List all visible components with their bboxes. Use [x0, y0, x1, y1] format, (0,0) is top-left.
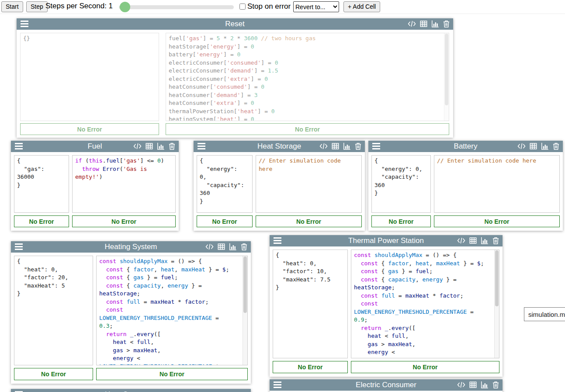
toolbar: Start Step Steps per Second: 1 Stop on e… [0, 0, 565, 14]
chart-icon[interactable] [343, 142, 351, 150]
trash-icon[interactable] [492, 237, 499, 244]
state-editor[interactable]: { "energy": 0, "capacity": 360 } [197, 155, 253, 213]
scrollbar[interactable] [444, 33, 449, 121]
state-editor[interactable]: {} [20, 33, 159, 121]
code-editor[interactable]: const shouldApplyMax = () => { const { f… [96, 256, 248, 365]
cell-heating-system-header: Heating System [11, 241, 251, 253]
state-editor[interactable]: { "heat": 0, "factor": 10, "maxHeat": 7.… [273, 250, 348, 358]
steps-per-second-label: Steps per Second: 1 [45, 2, 113, 10]
code-status: No Error [434, 215, 560, 227]
cell-fuel-header: Fuel [11, 141, 179, 152]
slider-track[interactable] [119, 5, 234, 9]
code-icon[interactable] [457, 237, 465, 244]
scrollbar[interactable] [243, 256, 247, 365]
table-icon[interactable] [332, 142, 339, 150]
table-icon[interactable] [218, 243, 225, 250]
code-status: No Error [72, 215, 176, 227]
cell-thermal-power-station: Thermal Power Station { "heat": 0, "fact… [270, 235, 503, 377]
start-button[interactable]: Start [1, 1, 23, 12]
cell-thermal-power-station-header: Thermal Power Station [270, 235, 503, 246]
add-cell-button[interactable]: + Add Cell [343, 1, 380, 12]
code-icon[interactable] [457, 381, 465, 389]
cell-heat-consumer-header: Heat Consumer [11, 389, 251, 392]
cell-reset: Reset {} fuel['gas'] = 5 * 2 * 3600 // t… [17, 18, 453, 138]
cell-fuel: Fuel { "gas": 36000 } if (this.fuel['gas… [11, 141, 179, 231]
state-status: No Error [273, 361, 348, 373]
chart-icon[interactable] [157, 142, 165, 150]
state-editor[interactable]: { "heat": 0, "factor": 20, "maxHeat": 5 … [14, 256, 93, 365]
table-icon[interactable] [420, 20, 427, 28]
code-editor[interactable]: if (this.fuel['gas'] <= 0) throw Error('… [72, 155, 176, 213]
trash-icon[interactable] [169, 142, 175, 150]
table-icon[interactable] [469, 381, 477, 389]
chart-icon[interactable] [229, 243, 237, 250]
cell-heat-storage: Heat Storage { "energy": 0, "capacity": … [194, 141, 365, 231]
code-editor[interactable]: // Enter simulation codehere [256, 155, 362, 213]
cell-title: Heat Consumer [11, 390, 251, 392]
steps-per-second-slider[interactable] [119, 3, 234, 11]
chart-icon[interactable] [541, 142, 549, 150]
scrollbar[interactable] [494, 250, 499, 358]
state-status: No Error [197, 215, 253, 227]
table-icon[interactable] [146, 142, 153, 150]
cell-battery-header: Battery [368, 141, 563, 152]
table-icon[interactable] [469, 237, 477, 244]
stop-on-error-label: Stop on error [247, 2, 291, 11]
trash-icon[interactable] [241, 243, 247, 250]
slider-thumb[interactable] [120, 2, 130, 12]
cell-heating-system: Heating System { "heat": 0, "factor": 20… [11, 241, 251, 384]
code-editor[interactable]: fuel['gas'] = 5 * 2 * 3600 // two hours … [166, 33, 449, 121]
chart-icon[interactable] [481, 381, 489, 389]
state-status: No Error [371, 215, 431, 227]
trash-icon[interactable] [553, 142, 559, 150]
code-editor[interactable]: // Enter simulation code here [434, 155, 560, 213]
cell-battery: Battery { "energy": 0, "capacity": 360 }… [368, 141, 563, 231]
code-icon[interactable] [319, 142, 328, 150]
trash-icon[interactable] [355, 142, 361, 150]
cell-heat-storage-header: Heat Storage [194, 141, 365, 152]
cell-reset-header: Reset [17, 18, 453, 30]
code-status: No Error [256, 215, 362, 227]
state-editor[interactable]: { "gas": 36000 } [14, 155, 69, 213]
cell-heat-consumer: Heat Consumer [11, 389, 251, 392]
cell-electric-consumer-header: Electric Consumer [270, 379, 503, 391]
code-status: No Error [166, 123, 449, 135]
code-status: No Error [96, 368, 248, 380]
steps-per-second-value: 1 [109, 2, 113, 10]
simulation-tooltip: simulation.m [524, 307, 565, 321]
code-icon[interactable] [408, 20, 416, 28]
revert-to-select[interactable]: Revert to... [293, 1, 339, 12]
state-status: No Error [14, 368, 93, 380]
trash-icon[interactable] [492, 381, 499, 389]
code-status: No Error [351, 361, 499, 373]
stop-on-error-checkbox[interactable] [239, 3, 246, 10]
code-editor[interactable]: const shouldApplyMax = () => { const { f… [351, 250, 499, 358]
code-icon[interactable] [205, 243, 214, 250]
chart-icon[interactable] [431, 20, 439, 28]
table-icon[interactable] [530, 142, 537, 150]
state-status: No Error [14, 215, 69, 227]
state-editor[interactable]: { "energy": 0, "capacity": 360 } [371, 155, 431, 213]
code-icon[interactable] [133, 142, 142, 150]
cell-title: Reset [17, 20, 453, 28]
trash-icon[interactable] [443, 20, 450, 28]
state-status: No Error [20, 123, 159, 135]
code-icon[interactable] [517, 142, 526, 150]
cell-electric-consumer: Electric Consumer [270, 379, 503, 392]
chart-icon[interactable] [481, 237, 489, 244]
step-button[interactable]: Step [26, 1, 48, 12]
